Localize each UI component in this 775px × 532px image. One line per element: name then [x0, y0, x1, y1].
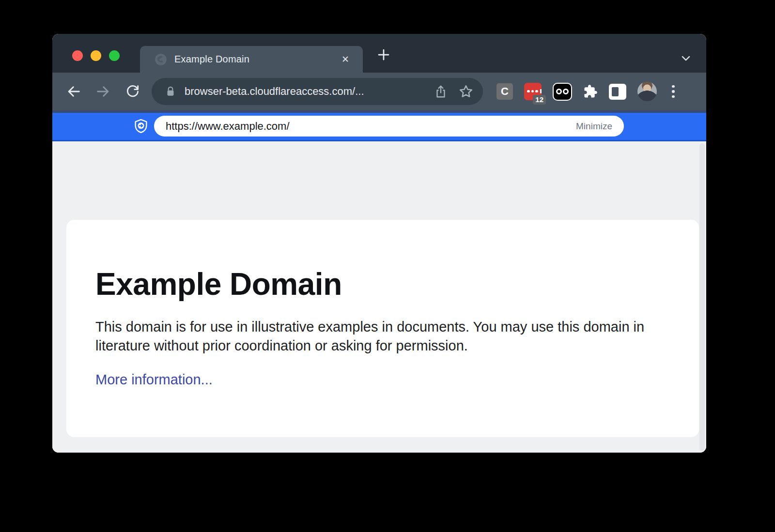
zoom-window-button[interactable]: [109, 50, 120, 61]
page-paragraph: This domain is for use in illustrative e…: [95, 318, 655, 355]
remote-url-bar: https://www.example.com/ Minimize: [154, 116, 624, 137]
tab-search-chevron-button[interactable]: [679, 51, 693, 65]
forward-arrow-icon: [95, 83, 111, 100]
more-information-link[interactable]: More information...: [95, 372, 213, 388]
side-panel-icon: [612, 87, 619, 96]
tab-example-domain[interactable]: Example Domain ✕: [140, 46, 363, 73]
isolation-bar: https://www.example.com/ Minimize: [52, 110, 706, 141]
address-url-text[interactable]: browser-beta.cloudflareaccess.com/...: [185, 85, 433, 98]
minimize-bar-button[interactable]: Minimize: [576, 121, 612, 132]
reload-button[interactable]: [122, 81, 143, 102]
forward-button[interactable]: [93, 81, 114, 102]
tab-title: Example Domain: [174, 54, 340, 65]
tab-strip: Example Domain ✕: [52, 34, 706, 73]
red-dots-icon: [527, 89, 542, 93]
star-icon: [458, 84, 474, 99]
minimize-window-button[interactable]: [91, 50, 101, 61]
puzzle-piece-icon: [583, 84, 598, 99]
circle-icon: [556, 89, 562, 94]
back-arrow-icon: [65, 83, 82, 100]
page-viewport: Example Domain This domain is for use in…: [52, 141, 706, 453]
globe-favicon-icon: [155, 53, 167, 66]
kebab-dot: [672, 95, 675, 98]
extension-two-circles-icon[interactable]: [553, 83, 572, 101]
tab-close-icon[interactable]: ✕: [340, 53, 351, 66]
toolbar: browser-beta.cloudflareaccess.com/... C …: [52, 73, 706, 110]
address-bar[interactable]: browser-beta.cloudflareaccess.com/...: [152, 78, 483, 105]
window-controls: [72, 50, 120, 61]
circle-icon: [563, 89, 569, 94]
extension-c-icon[interactable]: C: [496, 83, 513, 100]
vertical-scrollbar[interactable]: [699, 143, 705, 451]
shield-arrow-icon: [133, 118, 149, 135]
extension-badge-count: 12: [533, 95, 546, 105]
extensions-menu-button[interactable]: [583, 84, 598, 99]
page-title: Example Domain: [95, 266, 670, 302]
new-tab-button[interactable]: [376, 47, 391, 62]
browser-window: Example Domain ✕: [52, 34, 706, 453]
extension-password-manager-icon[interactable]: 12: [524, 83, 542, 100]
plus-icon: [376, 47, 391, 62]
share-button[interactable]: [433, 83, 449, 100]
remote-url-input[interactable]: https://www.example.com/: [166, 120, 576, 133]
content-card: Example Domain This domain is for use in…: [66, 220, 699, 437]
chevron-down-icon: [679, 51, 693, 65]
kebab-dot: [672, 85, 675, 88]
profile-avatar[interactable]: [637, 82, 657, 101]
share-icon: [434, 84, 448, 99]
bookmark-button[interactable]: [458, 83, 474, 100]
side-panel-button[interactable]: [609, 84, 626, 100]
lock-icon: [164, 85, 177, 98]
extensions-area: C 12: [496, 82, 679, 101]
back-button[interactable]: [63, 81, 84, 102]
close-window-button[interactable]: [72, 50, 83, 61]
browser-menu-button[interactable]: [668, 83, 679, 100]
kebab-dot: [672, 90, 675, 93]
reload-icon: [125, 84, 140, 99]
